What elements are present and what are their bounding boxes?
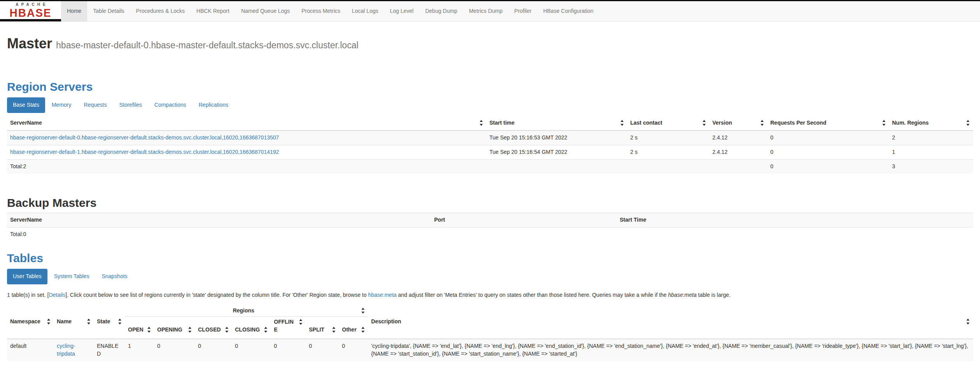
empty-cell — [431, 227, 617, 241]
nav-item-process-metrics[interactable]: Process Metrics — [296, 1, 346, 21]
sort-icon — [299, 319, 303, 325]
tables-summary: 1 table(s) in set. [Details]. Click coun… — [7, 291, 973, 299]
col-header-offline[interactable]: OFFLINE — [271, 316, 306, 339]
brand-logo-hbase-text: HBASE — [9, 7, 51, 19]
backup-masters-section: Backup Masters ServerName Port Start Tim… — [7, 196, 973, 242]
sort-icon — [118, 319, 122, 324]
version-cell: 2.4.12 — [709, 145, 767, 159]
sort-icon — [703, 120, 706, 126]
sort-icon — [47, 319, 51, 324]
table-link-cycling-tripdata[interactable]: cycling-tripdata — [57, 343, 75, 357]
col-header-description[interactable]: Description — [368, 302, 973, 339]
col-header-servername[interactable]: ServerName — [7, 116, 486, 130]
state-cell: ENABLED — [94, 339, 125, 361]
col-header-version[interactable]: Version — [709, 116, 767, 130]
total-requests-per-second-cell: 0 — [767, 159, 889, 173]
empty-cell — [627, 159, 709, 173]
col-header-namespace[interactable]: Namespace — [7, 302, 54, 339]
nav-item-table-details[interactable]: Table Details — [87, 1, 130, 21]
backup-masters-table: ServerName Port Start Time Total:0 — [7, 213, 973, 242]
region-servers-table: ServerName Start time Last contact Versi… — [7, 116, 973, 174]
requests-per-second-cell: 0 — [767, 130, 889, 145]
nav-item-log-level[interactable]: Log Level — [384, 1, 419, 21]
user-tables-table: Namespace Name State Regions Description… — [7, 302, 973, 361]
nav-item-debug-dump[interactable]: Debug Dump — [419, 1, 463, 21]
split-count-cell[interactable]: 0 — [306, 339, 339, 361]
table-row: hbase-regionserver-default-0.hbase-regio… — [7, 130, 973, 145]
tab-requests[interactable]: Requests — [78, 97, 112, 113]
closed-count-cell[interactable]: 0 — [195, 339, 232, 361]
sort-icon — [621, 120, 624, 126]
sort-icon — [361, 327, 365, 333]
backup-masters-header-row: ServerName Port Start Time — [7, 213, 973, 227]
col-header-requests-per-second[interactable]: Requests Per Second — [767, 116, 889, 130]
col-header-regions-group[interactable]: Regions — [125, 302, 368, 316]
requests-per-second-cell: 0 — [767, 145, 889, 159]
nav-item-hbase-configuration[interactable]: HBase Configuration — [537, 1, 599, 21]
col-header-num-regions[interactable]: Num. Regions — [889, 116, 973, 130]
tab-user-tables[interactable]: User Tables — [7, 269, 47, 284]
col-header-closing[interactable]: CLOSING — [232, 316, 271, 339]
nav-item-home[interactable]: Home — [61, 1, 87, 21]
tab-snapshots[interactable]: Snapshots — [96, 269, 133, 284]
region-servers-heading[interactable]: Region Servers — [7, 80, 973, 93]
details-link[interactable]: Details — [49, 292, 65, 298]
tab-storefiles[interactable]: Storefiles — [113, 97, 147, 113]
col-header-name[interactable]: Name — [54, 302, 94, 339]
sort-icon — [225, 327, 229, 333]
description-cell: 'cycling-tripdata', {NAME => 'end_lat'},… — [368, 339, 973, 361]
tables-heading[interactable]: Tables — [7, 252, 973, 265]
col-header-start-time: Start Time — [617, 213, 973, 227]
sort-icon — [332, 327, 336, 333]
nav-item-procedures-locks[interactable]: Procedures & Locks — [130, 1, 191, 21]
empty-cell — [709, 159, 767, 173]
closing-count-cell[interactable]: 0 — [232, 339, 271, 361]
version-cell: 2.4.12 — [709, 130, 767, 145]
col-header-last-contact[interactable]: Last contact — [627, 116, 709, 130]
col-header-opening[interactable]: OPENING — [154, 316, 195, 339]
tab-replications[interactable]: Replications — [193, 97, 234, 113]
nav-item-named-queue-logs[interactable]: Named Queue Logs — [235, 1, 296, 21]
offline-count-cell[interactable]: 0 — [271, 339, 306, 361]
empty-cell — [486, 159, 627, 173]
last-contact-cell: 2 s — [627, 130, 709, 145]
col-header-other[interactable]: Other — [339, 316, 368, 339]
nav-item-metrics-dump[interactable]: Metrics Dump — [463, 1, 508, 21]
open-count-cell[interactable]: 1 — [125, 339, 154, 361]
col-header-split[interactable]: SPLIT — [306, 316, 339, 339]
nav-item-profiler[interactable]: Profiler — [508, 1, 537, 21]
col-header-closed[interactable]: CLOSED — [195, 316, 232, 339]
regionserver-link[interactable]: hbase-regionserver-default-0.hbase-regio… — [10, 134, 279, 141]
page-title: Masterhbase-master-default-0.hbase-maste… — [7, 36, 973, 53]
tab-compactions[interactable]: Compactions — [149, 97, 192, 113]
hbase-meta-link[interactable]: hbase:meta — [368, 292, 396, 298]
page-content: Masterhbase-master-default-0.hbase-maste… — [0, 36, 980, 372]
total-row: Total:0 — [7, 227, 973, 241]
start-time-cell: Tue Sep 20 15:16:54 GMT 2022 — [486, 145, 627, 159]
regionserver-link[interactable]: hbase-regionserver-default-1.hbase-regio… — [10, 149, 279, 155]
tab-memory[interactable]: Memory — [46, 97, 77, 113]
start-time-cell: Tue Sep 20 15:16:53 GMT 2022 — [486, 130, 627, 145]
total-label-cell: Total:0 — [7, 227, 431, 241]
region-servers-tabs: Base Stats Memory Requests Storefiles Co… — [7, 97, 973, 113]
empty-cell — [617, 227, 973, 241]
nav-items: Home Table Details Procedures & Locks HB… — [61, 1, 599, 21]
nav-item-local-logs[interactable]: Local Logs — [346, 1, 384, 21]
col-header-open[interactable]: OPEN — [125, 316, 154, 339]
brand-logo[interactable]: APACHE HBASE — [0, 1, 61, 21]
table-row: hbase-regionserver-default-1.hbase-regio… — [7, 145, 973, 159]
col-header-state[interactable]: State — [94, 302, 125, 339]
sort-icon — [147, 327, 151, 333]
opening-count-cell[interactable]: 0 — [154, 339, 195, 361]
table-name-cell: cycling-tripdata — [54, 339, 94, 361]
tab-base-stats[interactable]: Base Stats — [7, 97, 45, 113]
col-header-start-time[interactable]: Start time — [486, 116, 627, 130]
nav-item-hbck-report[interactable]: HBCK Report — [191, 1, 235, 21]
table-row: default cycling-tripdata ENABLED 1 0 0 0… — [7, 339, 973, 361]
sort-icon — [966, 319, 970, 324]
col-header-port: Port — [431, 213, 617, 227]
tab-system-tables[interactable]: System Tables — [48, 269, 95, 284]
navbar: APACHE HBASE Home Table Details Procedur… — [0, 1, 980, 22]
total-label-cell: Total:2 — [7, 159, 486, 173]
other-count-cell[interactable]: 0 — [339, 339, 368, 361]
